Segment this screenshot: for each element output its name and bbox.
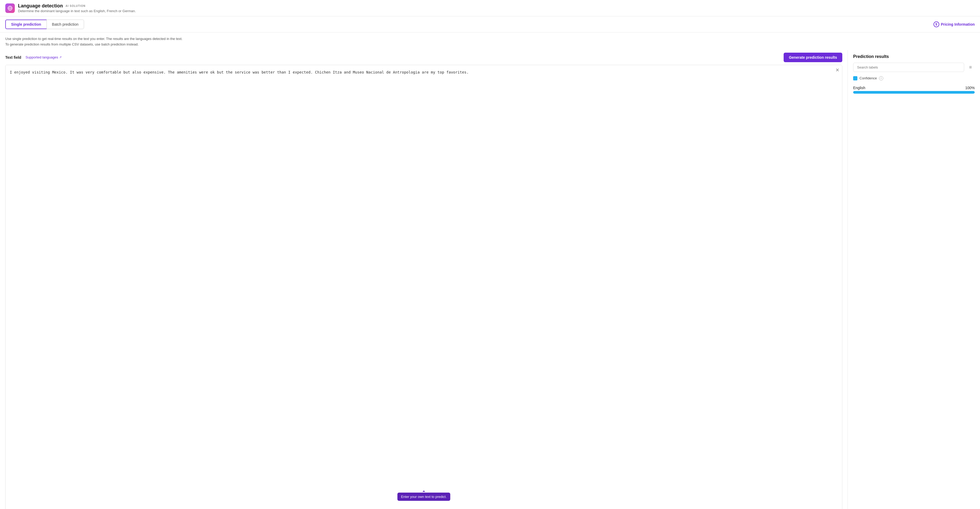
result-language: English	[853, 86, 865, 90]
external-link-icon: ↗	[59, 56, 62, 59]
confidence-info-icon[interactable]: i	[879, 76, 883, 80]
result-row: English 100%	[853, 86, 975, 94]
description-area: Use single prediction to get real-time r…	[0, 32, 980, 50]
supported-languages-link[interactable]: Supported languages ↗	[25, 55, 62, 59]
header: Language detection AI SOLUTION Determine…	[0, 0, 980, 16]
search-bar-row: ≡	[853, 63, 975, 72]
search-labels-input[interactable]	[853, 63, 964, 72]
clear-text-button[interactable]: ✕	[835, 68, 839, 72]
description-line2: To generate prediction results from mult…	[5, 42, 975, 47]
app-logo	[5, 3, 15, 13]
right-panel: Prediction results ≡ Confidence i Englis…	[848, 50, 980, 509]
filter-icon: ≡	[969, 65, 972, 70]
result-row-header: English 100%	[853, 86, 975, 90]
pricing-icon: $	[934, 21, 939, 27]
tooltip-container: Enter your own text to predict.	[397, 493, 450, 501]
left-panel: Text field Supported languages ↗ Generat…	[0, 50, 848, 509]
tabs-row: Single prediction Batch prediction $ Pri…	[0, 16, 980, 32]
confidence-color-indicator	[853, 76, 858, 80]
generate-prediction-button[interactable]: Generate prediction results	[784, 53, 842, 62]
text-input-container: ✕	[5, 65, 842, 509]
confidence-label: Confidence	[859, 76, 877, 80]
main-layout: Text field Supported languages ↗ Generat…	[0, 50, 980, 509]
text-field-label: Text field	[5, 55, 21, 59]
pricing-label: Pricing Information	[941, 22, 975, 26]
prediction-results-title: Prediction results	[853, 54, 975, 59]
description-line1: Use single prediction to get real-time r…	[5, 36, 975, 42]
tab-batch-prediction[interactable]: Batch prediction	[46, 19, 84, 29]
tooltip-bubble: Enter your own text to predict.	[397, 493, 450, 501]
supported-languages-text: Supported languages	[25, 55, 58, 59]
text-field-label-group: Text field Supported languages ↗	[5, 55, 62, 59]
confidence-legend: Confidence i	[853, 76, 975, 80]
tab-single-prediction[interactable]: Single prediction	[5, 19, 46, 29]
progress-bar-fill	[853, 91, 975, 94]
filter-button[interactable]: ≡	[966, 63, 975, 72]
app-badge: AI SOLUTION	[65, 5, 85, 7]
app-title: Language detection	[18, 3, 63, 9]
tabs-container: Single prediction Batch prediction	[5, 19, 84, 29]
header-title-group: Language detection AI SOLUTION Determine…	[18, 3, 136, 13]
progress-bar-background	[853, 91, 975, 94]
pricing-link[interactable]: $ Pricing Information	[934, 21, 975, 27]
result-percent: 100%	[965, 86, 975, 90]
app-subtitle: Determine the dominant language in text …	[18, 9, 136, 13]
text-field-header: Text field Supported languages ↗ Generat…	[5, 53, 842, 62]
text-input[interactable]	[6, 65, 842, 509]
